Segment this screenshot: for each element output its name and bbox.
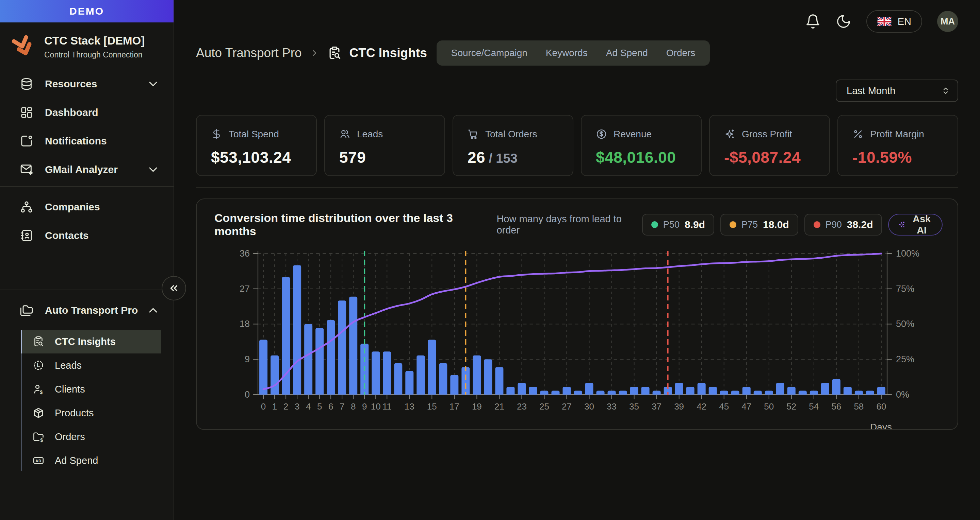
badge-value: 18.0d xyxy=(763,219,789,230)
collapse-sidebar-button[interactable] xyxy=(162,276,186,300)
svg-text:39: 39 xyxy=(674,401,684,412)
svg-text:33: 33 xyxy=(607,401,617,412)
tab-keywords[interactable]: Keywords xyxy=(537,48,597,59)
package-icon xyxy=(32,407,45,419)
svg-text:36: 36 xyxy=(240,249,250,258)
notifications-button[interactable] xyxy=(805,14,821,29)
kpi-card-gross-profit: Gross Profit -$5,087.24 xyxy=(709,115,830,176)
uk-flag-icon xyxy=(877,17,891,26)
svg-text:5: 5 xyxy=(317,401,322,412)
svg-text:$: $ xyxy=(40,390,43,395)
sidebar-item-gmail-analyzer[interactable]: GMail Analyzer xyxy=(0,158,173,181)
badge-value: 8.9d xyxy=(685,219,705,230)
sidebar-item-contacts[interactable]: Contacts xyxy=(0,224,173,247)
org-chart-icon xyxy=(20,200,33,214)
tab-ad-spend[interactable]: Ad Spend xyxy=(597,48,657,59)
sidebar-section-auto-transport-pro[interactable]: Auto Transport Pro xyxy=(0,298,173,322)
sidebar-subitem-label: CTC Insights xyxy=(55,336,116,347)
badge-label: P90 xyxy=(826,220,842,230)
dollar-icon xyxy=(211,128,222,140)
breadcrumb: Auto Transport Pro CTC Insights xyxy=(196,46,427,60)
sidebar-subitem-ad-spend[interactable]: AD Ad Spend xyxy=(21,449,161,472)
sidebar-item-label: Notifications xyxy=(45,135,160,147)
sidebar-item-notifications[interactable]: Notifications xyxy=(0,129,173,153)
sidebar-subitem-clients[interactable]: $ Clients xyxy=(21,377,161,401)
sidebar-divider xyxy=(0,290,173,290)
svg-text:13: 13 xyxy=(404,401,414,412)
brand-text: CTC Stack [DEMO] Control Through Connect… xyxy=(44,34,145,59)
theme-toggle-button[interactable] xyxy=(836,14,851,29)
tab-orders[interactable]: Orders xyxy=(657,48,705,59)
bell-icon xyxy=(805,14,821,29)
sidebar-section-label: Auto Transport Pro xyxy=(45,304,146,316)
language-label: EN xyxy=(898,16,911,27)
ask-ai-button[interactable]: Ask AI xyxy=(888,214,943,236)
sidebar-subitem-label: Clients xyxy=(55,384,85,395)
p50-dot-icon xyxy=(651,221,658,228)
kpi-label: Gross Profit xyxy=(742,129,792,140)
svg-text:0: 0 xyxy=(261,401,266,412)
avatar[interactable]: MA xyxy=(937,11,958,32)
svg-text:21: 21 xyxy=(495,401,504,412)
kpi-card-profit-margin: Profit Margin -10.59% xyxy=(837,115,958,176)
svg-text:50: 50 xyxy=(764,401,774,412)
sidebar-divider xyxy=(0,186,173,187)
sidebar-subitem-leads[interactable]: L Leads xyxy=(21,354,161,377)
svg-text:9: 9 xyxy=(362,401,367,412)
svg-text:47: 47 xyxy=(741,401,751,412)
folder-dollar-icon: $ xyxy=(32,431,45,443)
sidebar-item-resources[interactable]: Resources xyxy=(0,72,173,96)
kpi-label: Total Spend xyxy=(229,129,279,140)
tab-source-campaign[interactable]: Source/Campaign xyxy=(442,48,537,59)
kpi-label: Profit Margin xyxy=(870,129,924,140)
page-title: CTC Insights xyxy=(350,46,427,60)
kpi-card-total-orders: Total Orders 26/ 153 xyxy=(453,115,573,176)
kpi-value: $53,103.24 xyxy=(211,148,302,166)
filter-row: Last Month xyxy=(196,79,958,102)
chevrons-left-icon xyxy=(168,282,180,294)
sidebar-subitem-ctc-insights[interactable]: CTC Insights xyxy=(21,330,161,354)
svg-text:7: 7 xyxy=(340,401,344,412)
sidebar-subitem-label: Orders xyxy=(55,431,85,442)
chevrons-up-down-icon xyxy=(940,86,951,96)
sidebar-sub-list: CTC Insights L Leads $ Clients xyxy=(0,330,173,472)
p75-badge: P75 18.0d xyxy=(721,214,798,236)
notification-square-icon xyxy=(20,134,33,148)
content-divider xyxy=(196,187,958,188)
dashed-circle-l-icon: L xyxy=(32,359,45,371)
svg-text:9: 9 xyxy=(245,354,250,364)
p90-dot-icon xyxy=(814,221,821,228)
chevron-down-icon xyxy=(146,163,160,176)
svg-text:45: 45 xyxy=(719,401,729,412)
conversion-chart-card: Conversion time distribution over the la… xyxy=(196,198,958,430)
kpi-value-suffix: / 153 xyxy=(488,151,517,165)
utility-bar: EN MA xyxy=(196,10,958,33)
svg-text:60: 60 xyxy=(876,401,886,412)
svg-text:56: 56 xyxy=(831,401,841,412)
moon-icon xyxy=(836,14,851,29)
brand-logo-icon xyxy=(10,34,35,60)
language-selector[interactable]: EN xyxy=(866,10,922,33)
circle-dollar-icon xyxy=(596,128,607,140)
sidebar-subitem-label: Ad Spend xyxy=(55,455,98,466)
svg-text:8: 8 xyxy=(351,401,356,412)
svg-text:30: 30 xyxy=(584,401,594,412)
kpi-value: -$5,087.24 xyxy=(724,148,815,166)
svg-text:25%: 25% xyxy=(896,354,914,364)
sparkles-icon xyxy=(724,128,735,140)
page-header: Auto Transport Pro CTC Insights Source/C… xyxy=(196,40,958,66)
sidebar-subitem-products[interactable]: Products xyxy=(21,401,161,425)
kpi-row: Total Spend $53,103.24 Leads 579 xyxy=(196,115,958,176)
brand-block: CTC Stack [DEMO] Control Through Connect… xyxy=(0,22,173,68)
svg-text:0%: 0% xyxy=(896,390,909,400)
breadcrumb-parent[interactable]: Auto Transport Pro xyxy=(196,46,302,60)
svg-text:25: 25 xyxy=(539,401,549,412)
period-select[interactable]: Last Month xyxy=(836,79,958,102)
app-root: DEMO CTC Stack [DEMO] Control Through Co… xyxy=(0,0,980,520)
svg-text:11: 11 xyxy=(382,401,392,412)
sidebar-item-dashboard[interactable]: Dashboard xyxy=(0,101,173,124)
user-dollar-icon: $ xyxy=(32,383,45,395)
sidebar-item-companies[interactable]: Companies xyxy=(0,195,173,219)
sidebar-subitem-orders[interactable]: $ Orders xyxy=(21,425,161,449)
svg-text:54: 54 xyxy=(809,401,819,412)
